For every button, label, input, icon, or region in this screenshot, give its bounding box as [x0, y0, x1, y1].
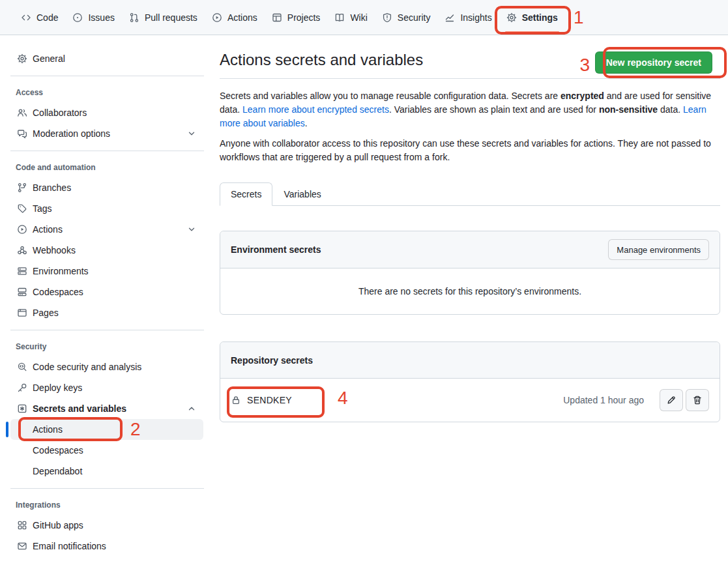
secret-updated-timestamp: Updated 1 hour ago [563, 395, 644, 405]
sidebar-subitem-actions[interactable]: Actions 2 [10, 419, 203, 440]
tab-label: Issues [88, 12, 114, 23]
gear-icon [506, 12, 517, 23]
key-icon [17, 383, 27, 393]
sidebar-item-github-apps[interactable]: GitHub apps [10, 515, 203, 536]
environment-secrets-empty-message: There are no secrets for this repository… [220, 268, 720, 314]
server-icon [17, 266, 27, 276]
mail-icon [17, 541, 27, 551]
book-icon [334, 12, 345, 23]
sidebar-subitem-dependabot[interactable]: Dependabot [10, 461, 203, 482]
intro-paragraph-1: Secrets and variables allow you to manag… [220, 89, 720, 130]
active-tab-underline [505, 31, 559, 33]
divider [10, 151, 204, 151]
tab-pull-requests[interactable]: Pull requests [124, 8, 203, 27]
intro-text-segment: data. [658, 104, 683, 115]
tab-label: Settings [522, 12, 558, 23]
sidebar-item-label: Code security and analysis [33, 362, 141, 372]
sidebar-item-label: Actions [33, 424, 63, 435]
sidebar-item-actions[interactable]: Actions [10, 219, 203, 240]
settings-sidebar: General Access Collaborators Moderation … [0, 35, 209, 565]
tab-variables[interactable]: Variables [272, 182, 332, 206]
sidebar-item-webhooks[interactable]: Webhooks [10, 240, 203, 261]
graph-icon [444, 12, 455, 23]
code-scan-icon [17, 362, 27, 372]
tab-settings[interactable]: Settings 1 [501, 8, 563, 27]
environment-secrets-card: Environment secrets Manage environments … [220, 231, 720, 315]
sidebar-subitem-codespaces[interactable]: Codespaces [10, 440, 203, 461]
sidebar-item-general[interactable]: General [10, 48, 203, 69]
sidebar-section-header: Access [0, 83, 209, 102]
shield-icon [382, 12, 392, 23]
pencil-icon [666, 395, 677, 405]
tab-security[interactable]: Security [377, 8, 436, 27]
sidebar-item-secrets-and-variables[interactable]: Secrets and variables [10, 398, 203, 419]
asterisk-box-icon [17, 403, 27, 414]
sidebar-item-collaborators[interactable]: Collaborators [10, 102, 203, 123]
tab-issues[interactable]: Issues [67, 8, 119, 27]
tab-code[interactable]: Code [16, 8, 63, 27]
intro-text-segment: . [305, 118, 308, 128]
edit-secret-button[interactable] [660, 389, 683, 411]
sidebar-item-label: Email notifications [33, 541, 106, 551]
secret-name-group: SENDKEY 4 [231, 395, 314, 405]
tab-label: Projects [287, 12, 321, 23]
intro-text-segment: . Variables are shown as plain text and … [389, 104, 599, 115]
active-item-marker [6, 422, 8, 437]
intro-text: Secrets and variables allow you to manag… [220, 89, 720, 164]
tab-label: Security [398, 12, 431, 23]
people-icon [17, 108, 27, 118]
sidebar-item-label: Codespaces [33, 287, 83, 297]
webhook-icon [17, 245, 27, 255]
sidebar-item-label: Secrets and variables [33, 403, 126, 414]
tab-insights[interactable]: Insights [439, 8, 497, 27]
tab-secrets[interactable]: Secrets [220, 182, 272, 206]
tab-wiki[interactable]: Wiki [329, 8, 372, 27]
annotation-number-2: 2 [130, 420, 141, 439]
sidebar-item-label: Dependabot [33, 466, 82, 476]
sidebar-item-label: Actions [33, 224, 63, 235]
play-circle-icon [17, 224, 27, 235]
tab-actions[interactable]: Actions [207, 8, 263, 27]
chevron-down-icon [186, 128, 197, 139]
sidebar-item-branches[interactable]: Branches [10, 177, 203, 198]
new-repository-secret-button[interactable]: New repository secret [595, 51, 712, 74]
sidebar-item-pages[interactable]: Pages [10, 302, 203, 323]
tab-label: Wiki [350, 12, 367, 23]
manage-environments-button[interactable]: Manage environments [608, 239, 709, 260]
sidebar-item-label: Branches [33, 182, 71, 193]
link-encrypted-secrets[interactable]: Learn more about encrypted secrets [242, 104, 389, 115]
table-icon [272, 12, 282, 23]
intro-bold-non-sensitive: non-sensitive [599, 104, 658, 115]
sidebar-item-deploy-keys[interactable]: Deploy keys [10, 377, 203, 398]
sidebar-item-code-security[interactable]: Code security and analysis [10, 356, 203, 377]
card-title: Repository secrets [231, 355, 313, 366]
tab-projects[interactable]: Projects [267, 8, 326, 27]
sidebar-section-header: Code and automation [0, 158, 209, 177]
tab-label: Pull requests [145, 12, 197, 23]
sidebar-section-header: Security [0, 337, 209, 356]
browser-icon [17, 308, 27, 318]
delete-secret-button[interactable] [686, 389, 709, 411]
sidebar-item-email-notifications[interactable]: Email notifications [10, 536, 203, 557]
trash-icon [692, 395, 703, 405]
sidebar-item-label: Tags [33, 203, 52, 214]
sidebar-item-tags[interactable]: Tags [10, 198, 203, 219]
tab-label: Insights [460, 12, 491, 23]
sidebar-item-moderation-options[interactable]: Moderation options [10, 123, 203, 144]
repository-secrets-header: Repository secrets [220, 342, 720, 379]
intro-paragraph-2: Anyone with collaborator access to this … [220, 137, 720, 164]
divider [10, 488, 204, 489]
repository-secrets-card: Repository secrets SENDKEY 4 Updated 1 h… [220, 341, 720, 422]
repo-tab-nav: Code Issues Pull requests Actions Projec… [0, 0, 728, 35]
sidebar-item-label: Environments [33, 266, 89, 276]
divider [10, 330, 204, 330]
tab-label: Actions [227, 12, 257, 23]
github-settings-page: Code Issues Pull requests Actions Projec… [0, 0, 728, 565]
secrets-variables-tabnav: Secrets Variables [220, 182, 720, 206]
apps-icon [17, 520, 27, 530]
tab-label: Code [36, 12, 58, 23]
lock-icon [231, 395, 241, 405]
sidebar-item-codespaces[interactable]: Codespaces [10, 282, 203, 302]
sidebar-item-environments[interactable]: Environments [10, 261, 203, 282]
sidebar-item-label: GitHub apps [33, 520, 83, 530]
